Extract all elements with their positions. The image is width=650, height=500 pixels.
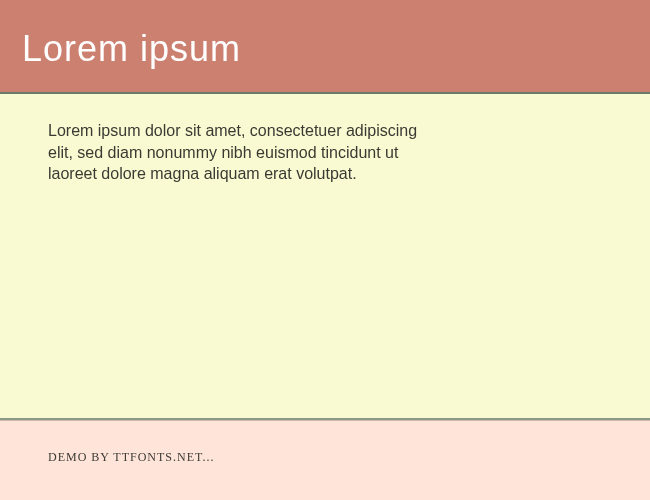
header-banner: Lorem ipsum (0, 0, 650, 94)
body-paragraph: Lorem ipsum dolor sit amet, consectetuer… (48, 120, 428, 185)
footer-area: DEMO BY TTFONTS.NET... (0, 420, 650, 491)
page-title: Lorem ipsum (22, 28, 628, 70)
content-area: Lorem ipsum dolor sit amet, consectetuer… (0, 94, 650, 420)
footer-text: DEMO BY TTFONTS.NET... (48, 450, 214, 464)
